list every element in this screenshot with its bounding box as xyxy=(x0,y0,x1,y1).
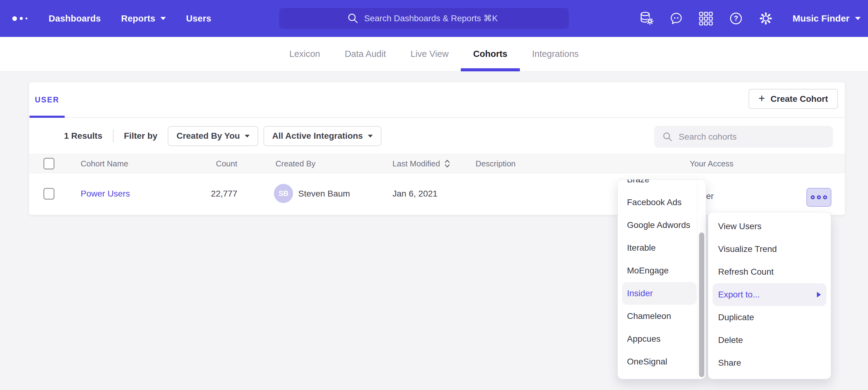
integrations-filter-label: All Active Integrations xyxy=(272,131,363,141)
logo-dot xyxy=(26,18,27,20)
row-checkbox[interactable] xyxy=(43,188,55,200)
filter-by-label: Filter by xyxy=(124,131,158,141)
cohort-name-link[interactable]: Power Users xyxy=(81,189,130,199)
menu-item-view-users[interactable]: View Users xyxy=(713,215,827,238)
nav-links: Dashboards Reports Users xyxy=(49,13,211,24)
dot-icon xyxy=(817,195,821,199)
data-management-icon[interactable] xyxy=(639,11,654,26)
creator-name: Steven Baum xyxy=(298,173,350,214)
last-modified-date: Jan 6, 2021 xyxy=(393,173,437,214)
dot-icon xyxy=(823,195,827,199)
subnav-tabs: Lexicon Data Audit Live View Cohorts Int… xyxy=(277,37,591,71)
chevron-down-icon xyxy=(855,17,861,20)
column-created-by: Created By xyxy=(276,154,315,173)
plus-icon: + xyxy=(758,93,765,104)
global-search-bar[interactable] xyxy=(279,8,569,29)
select-all-checkbox[interactable] xyxy=(43,158,55,169)
menu-item-share[interactable]: Share xyxy=(713,352,827,374)
cohort-count: 22,777 xyxy=(183,173,237,214)
tab-data-audit[interactable]: Data Audit xyxy=(333,37,398,71)
search-icon xyxy=(347,12,359,25)
menu-item-label: Export to... xyxy=(718,290,760,300)
tab-lexicon[interactable]: Lexicon xyxy=(277,37,333,71)
column-last-modified: Last Modified xyxy=(393,154,451,173)
export-submenu: Braze Facebook Ads Google Adwords Iterab… xyxy=(617,179,706,379)
integrations-filter[interactable]: All Active Integrations xyxy=(264,126,381,146)
logo-dot xyxy=(12,16,17,21)
menu-item-refresh-count[interactable]: Refresh Count xyxy=(713,261,827,283)
dot-icon xyxy=(811,195,815,199)
your-access-value-partial: er xyxy=(706,191,714,201)
column-last-modified-label: Last Modified xyxy=(393,159,440,168)
menu-item-visualize-trend[interactable]: Visualize Trend xyxy=(713,238,827,261)
mixpanel-logo-icon[interactable] xyxy=(12,16,34,21)
cohorts-page: Dashboards Reports Users xyxy=(0,0,868,390)
table-row: Power Users 22,777 SB Steven Baum Jan 6,… xyxy=(29,173,845,214)
column-description: Description xyxy=(475,154,516,173)
row-context-menu: View Users Visualize Trend Refresh Count… xyxy=(708,212,831,379)
svg-text:?: ? xyxy=(734,14,738,23)
submenu-item-iterable[interactable]: Iterable xyxy=(622,236,696,259)
nav-link-reports[interactable]: Reports xyxy=(121,13,166,24)
created-by-filter[interactable]: Created By You xyxy=(168,126,258,146)
help-icon[interactable]: ? xyxy=(728,11,743,26)
sub-nav: Lexicon Data Audit Live View Cohorts Int… xyxy=(0,37,868,71)
menu-item-duplicate[interactable]: Duplicate xyxy=(713,306,827,329)
tab-live-view[interactable]: Live View xyxy=(398,37,461,71)
filter-row: 1 Results Filter by Created By You All A… xyxy=(29,118,845,154)
column-cohort-name: Cohort Name xyxy=(81,154,128,173)
global-search-input[interactable] xyxy=(364,13,501,23)
apps-grid-icon[interactable] xyxy=(699,11,713,26)
settings-icon[interactable] xyxy=(758,11,773,26)
export-submenu-list: Braze Facebook Ads Google Adwords Iterab… xyxy=(618,179,706,373)
menu-item-delete[interactable]: Delete xyxy=(713,329,827,352)
submenu-arrow-icon xyxy=(817,292,821,297)
cohort-search-bar[interactable] xyxy=(654,126,833,148)
top-nav: Dashboards Reports Users xyxy=(0,0,868,37)
menu-item-export-to[interactable]: Export to... xyxy=(713,283,827,306)
sort-icon[interactable] xyxy=(444,159,451,168)
workspace-name: Music Finder xyxy=(793,13,849,24)
chevron-down-icon xyxy=(160,17,166,20)
create-cohort-button[interactable]: + Create Cohort xyxy=(749,89,838,109)
submenu-item-onesignal[interactable]: OneSignal xyxy=(622,350,696,373)
submenu-item-google-adwords[interactable]: Google Adwords xyxy=(622,214,696,236)
cohort-type-tabs: USER + Create Cohort xyxy=(29,82,845,118)
column-count: Count xyxy=(183,154,237,173)
avatar: SB xyxy=(274,184,293,203)
submenu-item-appcues[interactable]: Appcues xyxy=(622,328,696,350)
search-icon xyxy=(662,131,673,142)
logo-dot xyxy=(20,17,23,20)
submenu-item-braze[interactable]: Braze xyxy=(622,179,696,191)
row-actions-button[interactable] xyxy=(806,188,831,207)
menu-item-label: Refresh Count xyxy=(718,267,774,277)
scrollbar-thumb[interactable] xyxy=(699,232,704,377)
nav-link-reports-label: Reports xyxy=(121,13,155,24)
tab-cohorts[interactable]: Cohorts xyxy=(461,37,520,71)
results-count: 1 Results xyxy=(64,131,102,141)
submenu-item-moengage[interactable]: MoEngage xyxy=(622,259,696,282)
chevron-down-icon xyxy=(245,135,250,137)
submenu-item-facebook-ads[interactable]: Facebook Ads xyxy=(622,191,696,214)
create-cohort-label: Create Cohort xyxy=(770,94,828,104)
nav-link-dashboards[interactable]: Dashboards xyxy=(49,13,101,24)
tab-user-cohorts[interactable]: USER xyxy=(30,82,65,117)
menu-item-label: Share xyxy=(718,358,741,368)
feedback-icon[interactable] xyxy=(669,11,684,26)
nav-link-users[interactable]: Users xyxy=(186,13,212,24)
cohort-search-input[interactable] xyxy=(679,132,814,142)
created-by-filter-label: Created By You xyxy=(176,131,240,141)
table-header: Cohort Name Count Created By Last Modifi… xyxy=(29,154,845,173)
divider xyxy=(113,129,114,143)
column-your-access: Your Access xyxy=(690,154,734,173)
tab-integrations[interactable]: Integrations xyxy=(520,37,591,71)
context-menu-list: View Users Visualize Trend Refresh Count… xyxy=(708,215,831,374)
workspace-switcher[interactable]: Music Finder xyxy=(793,13,861,24)
menu-item-label: Duplicate xyxy=(718,313,754,322)
submenu-item-insider[interactable]: Insider xyxy=(622,282,696,305)
menu-item-label: Visualize Trend xyxy=(718,244,777,254)
chevron-down-icon xyxy=(368,135,373,137)
nav-right: ? Music Finder xyxy=(639,0,861,37)
cohorts-panel: USER + Create Cohort 1 Results Filter by… xyxy=(29,82,845,215)
submenu-item-chameleon[interactable]: Chameleon xyxy=(622,305,696,328)
